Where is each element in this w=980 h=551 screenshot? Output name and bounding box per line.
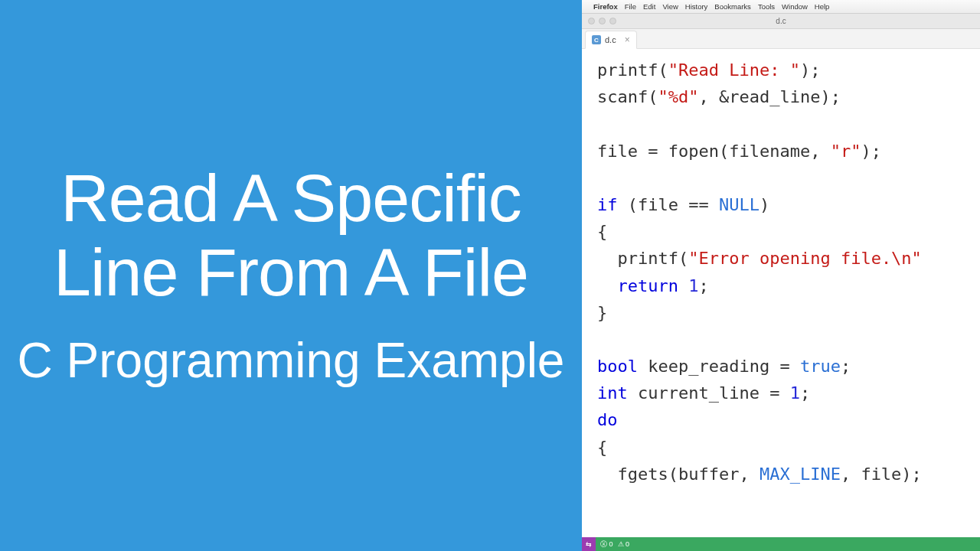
code-line: { <box>597 434 980 461</box>
code-line: return 1; <box>597 272 980 299</box>
main-title: Read A Specific Line From A File <box>15 161 567 310</box>
menu-edit[interactable]: Edit <box>643 2 655 11</box>
remote-indicator[interactable]: ⇆ <box>582 537 596 551</box>
code-line <box>597 165 980 191</box>
code-line <box>597 110 980 137</box>
remote-icon: ⇆ <box>586 540 592 548</box>
minimize-window-icon[interactable] <box>599 18 606 24</box>
code-line: scanf("%d", &read_line); <box>597 83 980 110</box>
sub-title: C Programming Example <box>18 333 565 390</box>
window-title: d.c <box>776 17 786 25</box>
code-line: do <box>597 406 980 433</box>
code-line: { <box>597 218 980 245</box>
error-count-icon[interactable]: ⓧ 0 <box>600 540 613 549</box>
code-line: if (file == NULL) <box>597 191 980 218</box>
c-file-icon: C <box>592 35 601 44</box>
code-editor[interactable]: printf("Read Line: ");scanf("%d", &read_… <box>582 49 980 537</box>
status-main: ⓧ 0 ⚠ 0 <box>596 537 980 551</box>
close-window-icon[interactable] <box>588 18 595 24</box>
menu-file[interactable]: File <box>625 2 636 11</box>
editor-window: Firefox File Edit View History Bookmarks… <box>582 0 980 551</box>
menu-view[interactable]: View <box>662 2 678 11</box>
window-controls[interactable] <box>588 18 616 24</box>
editor-tab-bar: C d.c × <box>582 29 980 49</box>
code-line: printf("Read Line: "); <box>597 57 980 83</box>
maximize-window-icon[interactable] <box>609 18 616 24</box>
menu-tools[interactable]: Tools <box>758 2 775 11</box>
title-card: Read A Specific Line From A File C Progr… <box>0 0 582 551</box>
code-line: file = fopen(filename, "r"); <box>597 138 980 165</box>
status-bar: ⇆ ⓧ 0 ⚠ 0 <box>582 537 980 551</box>
code-line: fgets(buffer, MAX_LINE, file); <box>597 461 980 487</box>
code-line: printf("Error opening file.\n" <box>597 245 980 272</box>
editor-tab-active[interactable]: C d.c × <box>585 31 637 49</box>
close-tab-icon[interactable]: × <box>625 34 630 45</box>
code-line: int current_line = 1; <box>597 380 980 406</box>
code-line: } <box>597 299 980 326</box>
tab-filename: d.c <box>605 35 616 44</box>
menu-bookmarks[interactable]: Bookmarks <box>714 2 751 11</box>
menu-help[interactable]: Help <box>815 2 830 11</box>
code-line: bool keep_reading = true; <box>597 353 980 380</box>
menubar-app[interactable]: Firefox <box>593 2 618 11</box>
mac-menubar[interactable]: Firefox File Edit View History Bookmarks… <box>582 0 980 14</box>
code-line <box>597 326 980 353</box>
warning-count-icon[interactable]: ⚠ 0 <box>618 540 630 548</box>
window-titlebar: d.c <box>582 14 980 29</box>
menu-history[interactable]: History <box>685 2 708 11</box>
menu-window[interactable]: Window <box>782 2 808 11</box>
